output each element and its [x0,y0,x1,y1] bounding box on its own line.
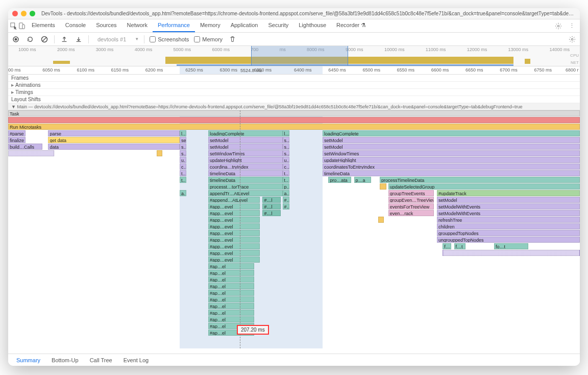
flame-entry[interactable]: f… [443,243,451,249]
flame-entry[interactable]: #… [283,203,289,209]
flame-entry[interactable]: u… [283,157,289,163]
flame-entry[interactable] [380,183,386,190]
flame-entry[interactable] [157,150,162,156]
flame-entry[interactable]: loadingComplete [208,130,283,136]
flame-entry[interactable] [8,117,580,123]
flame-entry[interactable]: #ap…el [208,296,254,302]
flame-entry[interactable]: setWindowTimes [208,150,283,156]
download-icon[interactable] [74,35,83,44]
reload-icon[interactable] [26,35,35,44]
screenshots-checkbox[interactable]: Screenshots [150,36,189,42]
animations-track[interactable]: Animations [8,82,580,89]
flame-entry[interactable]: groupEven…TreeView [388,197,434,203]
flame-entry[interactable]: l… [283,130,289,136]
flame-entry[interactable]: coordinatesToEntryIndex [323,163,580,170]
flame-entry[interactable]: Run Microtasks [8,124,580,130]
flame-entry[interactable]: a… [283,190,289,196]
flame-entry[interactable]: eventsForTreeView [388,203,434,209]
flame-chart[interactable]: TaskRun Microtasks#parseparsel…eloadingC… [8,110,580,348]
flame-entry[interactable]: get data [48,137,180,143]
flame-entry[interactable]: timelineData [208,170,283,176]
flame-entry[interactable]: p… [283,183,289,190]
frames-track[interactable]: Frames [8,75,580,82]
flame-entry[interactable]: setModel [437,197,580,203]
flame-entry[interactable]: #ap…el [208,303,254,309]
flame-entry[interactable]: updateSelectedGroup [388,183,580,190]
flame-entry[interactable]: groupTreeEvents [388,190,434,196]
flame-entry[interactable]: setWindowTimes [323,150,580,156]
flame-entry[interactable]: #ap…el [208,263,254,269]
flame-entry[interactable]: build…Calls [8,144,42,150]
tab-security[interactable]: Security [263,19,293,32]
more-icon[interactable]: ⋮ [566,21,578,31]
zoom-icon[interactable] [30,11,35,16]
flame-entry[interactable]: loadingComplete [323,130,580,136]
flame-entry[interactable]: coordina…tryIndex [208,163,283,170]
flame-entry[interactable]: c… [180,163,186,170]
flame-entry[interactable]: #ap…el [208,316,254,322]
flame-entry[interactable]: grouppedTopNodes [437,230,580,236]
flame-entry[interactable]: timelineData [323,170,580,176]
flame-entry[interactable]: processTimelineData [380,177,580,183]
flame-entry[interactable]: #ap…el [208,283,254,289]
flame-entry[interactable]: parse [48,130,180,136]
tab-lighthouse[interactable]: Lighthouse [293,19,331,32]
flame-entry[interactable]: #app…evel [208,230,260,236]
flame-entry[interactable]: setModel [208,144,283,150]
flame-entry[interactable]: appendTr…AtLevel [208,190,283,196]
flame-entry[interactable]: t… [283,170,289,176]
tab-memory[interactable]: Memory [195,19,226,32]
flame-entry[interactable]: s… [283,137,289,143]
flame-entry[interactable]: #…l [262,197,281,203]
details-tab-summary[interactable]: Summary [11,355,45,365]
details-tab-calltree[interactable]: Call Tree [85,355,117,365]
flame-entry[interactable]: timelineData [208,177,283,183]
flame-entry[interactable]: c… [283,163,289,170]
tab-network[interactable]: Network [122,19,153,32]
settings-gear-icon[interactable] [568,35,577,44]
flame-entry[interactable]: data [48,144,180,150]
flame-entry[interactable]: #ap…el [208,310,254,316]
minimize-icon[interactable] [21,11,27,16]
flame-entry[interactable]: #ap…el [208,276,254,283]
tab-sources[interactable]: Sources [91,19,121,32]
flame-entry[interactable]: #updateTrack [437,190,580,196]
upload-icon[interactable] [60,35,69,44]
trash-icon[interactable] [228,35,237,44]
flame-entry[interactable]: #app…evel [208,250,260,256]
flame-entry[interactable] [8,150,54,156]
flame-entry[interactable]: updateHighlight [323,157,580,163]
flame-entry[interactable]: s… [180,150,186,156]
record-icon[interactable] [11,35,20,44]
flame-entry[interactable]: #… [283,197,289,203]
flame-entry[interactable]: #app…evel [208,223,260,229]
flame-entry[interactable]: s…l [180,144,186,150]
flame-entry[interactable]: processt…torTrace [208,183,283,190]
device-icon[interactable] [18,22,26,30]
main-thread-label[interactable]: ▼ Main — devtools://devtools/bundled/dev… [8,103,580,110]
flame-entry[interactable]: pro…ata [328,177,351,183]
tab-console[interactable]: Console [60,19,91,32]
flame-entry[interactable]: fo…t [494,243,528,249]
flame-entry[interactable]: Task [8,110,580,116]
flame-entry[interactable]: setModel [323,137,580,143]
tab-application[interactable]: Application [226,19,263,32]
memory-checkbox[interactable]: Memory [194,36,223,42]
flame-entry[interactable]: #app…evel [208,203,260,209]
layout-shifts-track[interactable]: Layout Shifts [8,96,580,103]
flame-entry[interactable]: setModelWithEvents [437,210,580,216]
inspect-icon[interactable] [10,22,17,30]
flame-entry[interactable]: children [437,223,580,229]
tab-recorder[interactable]: Recorder ⚗ [331,19,371,32]
flame-entry[interactable]: setModel [323,144,580,150]
flame-entry[interactable] [443,250,580,256]
flame-entry[interactable]: setModel [208,137,283,143]
flame-entry[interactable]: #append…AtLevel [208,197,260,203]
flame-entry[interactable]: setModelWithEvents [437,203,580,209]
flame-entry[interactable]: f…t [454,243,465,249]
flame-entry[interactable]: p…a [354,177,372,183]
flame-entry[interactable] [378,217,384,223]
details-tab-bottomup[interactable]: Bottom-Up [46,355,84,365]
settings-icon[interactable] [552,21,565,31]
timings-track[interactable]: Timings [8,89,580,96]
